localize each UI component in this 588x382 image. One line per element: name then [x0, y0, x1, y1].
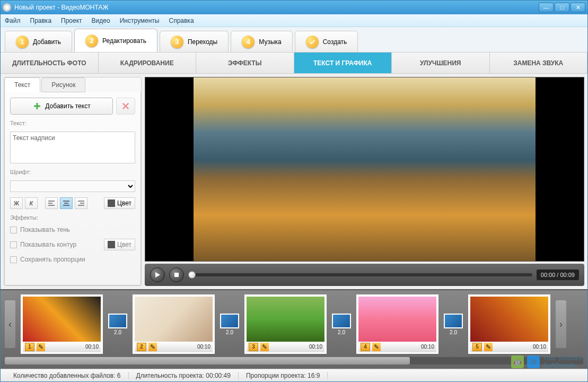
- effects-label: Эффекты:: [10, 214, 135, 221]
- pencil-icon[interactable]: ✎: [37, 343, 45, 351]
- play-icon: [154, 272, 161, 278]
- preview-area: 00:00 / 00:09: [145, 77, 584, 286]
- outline-checkbox[interactable]: [10, 241, 17, 248]
- panel-tab-text[interactable]: Текст: [4, 77, 40, 92]
- menu-project[interactable]: Проект: [61, 17, 82, 24]
- seek-bar[interactable]: [188, 273, 532, 276]
- player-controls: 00:00 / 00:09: [145, 264, 584, 286]
- step-num-icon: 2: [85, 34, 98, 47]
- font-select[interactable]: [10, 180, 135, 192]
- timeline-scrollbar[interactable]: [5, 357, 583, 364]
- step-music[interactable]: 4Музыка: [231, 31, 292, 52]
- step-num-icon: 1: [16, 36, 29, 48]
- seek-knob[interactable]: [188, 271, 196, 279]
- stop-button[interactable]: [169, 267, 184, 282]
- shadow-checkbox[interactable]: [10, 227, 17, 233]
- timeline: ‹ 1✎00:10 2.0 2✎00:10 2.0 3✎00:10 2.0 4✎…: [1, 289, 587, 369]
- outline-color-button[interactable]: Цвет: [104, 239, 135, 250]
- check-icon: [306, 36, 319, 48]
- color-swatch-icon: [108, 241, 115, 248]
- italic-button[interactable]: К: [25, 197, 38, 209]
- step-transitions[interactable]: 3Переходы: [160, 31, 229, 52]
- keep-ratio-checkbox[interactable]: [10, 256, 17, 263]
- subtab-effects[interactable]: ЭФФЕКТЫ: [196, 53, 294, 73]
- timeline-next-button[interactable]: ›: [556, 300, 566, 348]
- close-button[interactable]: ✕: [571, 3, 585, 12]
- scrollbar-thumb[interactable]: [5, 357, 410, 364]
- shadow-label: Показывать тень: [20, 226, 70, 233]
- transition-slot[interactable]: 2.0: [444, 314, 463, 335]
- menu-edit[interactable]: Правка: [30, 17, 52, 24]
- clip-thumbnail: [247, 297, 324, 342]
- timeline-clip[interactable]: 2✎00:10: [133, 294, 215, 354]
- menu-video[interactable]: Видео: [92, 17, 110, 24]
- step-add[interactable]: 1Добавить: [5, 31, 72, 52]
- timeline-clip[interactable]: 1✎00:10: [21, 294, 103, 354]
- align-right-button[interactable]: [75, 197, 87, 209]
- watermark: 🤖 ⊞ Your SoftwareSoftDroids: [511, 354, 583, 369]
- preview-image: [194, 77, 536, 261]
- step-num-icon: 3: [171, 36, 183, 48]
- clip-thumbnail: [135, 297, 213, 342]
- panel-tab-image[interactable]: Рисунок: [41, 77, 85, 92]
- transition-icon: [220, 314, 239, 328]
- font-label: Шрифт:: [10, 169, 135, 175]
- transition-slot[interactable]: 2.0: [108, 314, 127, 335]
- clip-thumbnail: [23, 297, 101, 342]
- clip-thumbnail: [358, 297, 436, 342]
- timeline-clip[interactable]: 5✎00:10: [468, 294, 550, 354]
- step-create[interactable]: Создать: [295, 31, 358, 52]
- menu-file[interactable]: Файл: [5, 17, 21, 24]
- timeline-prev-button[interactable]: ‹: [5, 300, 15, 348]
- play-button[interactable]: [150, 267, 165, 282]
- statusbar: Количество добавленных файлов: 6 Длитель…: [1, 369, 587, 381]
- pencil-icon[interactable]: ✎: [484, 343, 493, 351]
- subtab-text-graphics[interactable]: ТЕКСТ И ГРАФИКА: [294, 53, 392, 73]
- menubar: Файл Правка Проект Видео Инструменты Спр…: [1, 14, 587, 27]
- subtab-audio[interactable]: ЗАМЕНА ЗВУКА: [490, 53, 588, 73]
- edit-subtabs: ДЛИТЕЛЬНОСТЬ ФОТО КАДРИРОВАНИЕ ЭФФЕКТЫ Т…: [1, 53, 587, 74]
- x-icon: [121, 101, 130, 111]
- timeline-clip[interactable]: 4✎00:10: [356, 294, 438, 354]
- titlebar[interactable]: Новый проект - ВидеоМОНТАЖ — □ ✕: [1, 1, 587, 14]
- subtab-enhance[interactable]: УЛУЧШЕНИЯ: [392, 53, 490, 73]
- time-display: 00:00 / 00:09: [537, 270, 579, 280]
- plus-icon: [32, 101, 42, 111]
- bold-button[interactable]: Ж: [10, 197, 23, 209]
- subtab-crop[interactable]: КАДРИРОВАНИЕ: [99, 53, 197, 73]
- menu-help[interactable]: Справка: [169, 17, 194, 24]
- video-preview[interactable]: [145, 77, 584, 262]
- minimize-button[interactable]: —: [539, 3, 554, 12]
- color-swatch-icon: [108, 199, 115, 207]
- step-edit[interactable]: 2Редактировать: [74, 29, 157, 52]
- step-tabs: 1Добавить 2Редактировать 3Переходы 4Музы…: [1, 27, 587, 53]
- text-label: Текст:: [10, 120, 135, 126]
- add-text-button[interactable]: Добавить текст: [10, 98, 113, 115]
- clip-thumbnail: [470, 297, 548, 342]
- pencil-icon[interactable]: ✎: [372, 343, 381, 351]
- pencil-icon[interactable]: ✎: [148, 343, 157, 351]
- align-right-icon: [77, 200, 85, 206]
- text-color-button[interactable]: Цвет: [104, 197, 135, 209]
- stop-icon: [174, 272, 179, 277]
- maximize-button[interactable]: □: [555, 3, 569, 12]
- delete-text-button[interactable]: [116, 98, 135, 115]
- transition-icon: [444, 314, 463, 328]
- menu-tools[interactable]: Инструменты: [120, 17, 160, 24]
- align-center-button[interactable]: [60, 197, 73, 209]
- timeline-clip[interactable]: 3✎00:10: [244, 294, 327, 354]
- window-title: Новый проект - ВидеоМОНТАЖ: [14, 4, 109, 11]
- align-center-icon: [63, 200, 70, 206]
- transition-slot[interactable]: 2.0: [332, 314, 351, 335]
- step-num-icon: 4: [242, 36, 254, 48]
- align-left-button[interactable]: [45, 197, 58, 209]
- transition-slot[interactable]: 2.0: [220, 314, 239, 335]
- subtab-duration[interactable]: ДЛИТЕЛЬНОСТЬ ФОТО: [1, 53, 99, 73]
- caption-textarea[interactable]: [10, 132, 135, 163]
- status-ratio: Пропорции проекта: 16:9: [239, 372, 328, 379]
- windows-icon: ⊞: [527, 355, 540, 368]
- workarea: Текст Рисунок Добавить текст Текст: Шриф…: [1, 74, 587, 289]
- svg-rect-0: [174, 273, 179, 277]
- pencil-icon[interactable]: ✎: [260, 343, 269, 351]
- status-file-count: Количество добавленных файлов: 6: [6, 372, 129, 379]
